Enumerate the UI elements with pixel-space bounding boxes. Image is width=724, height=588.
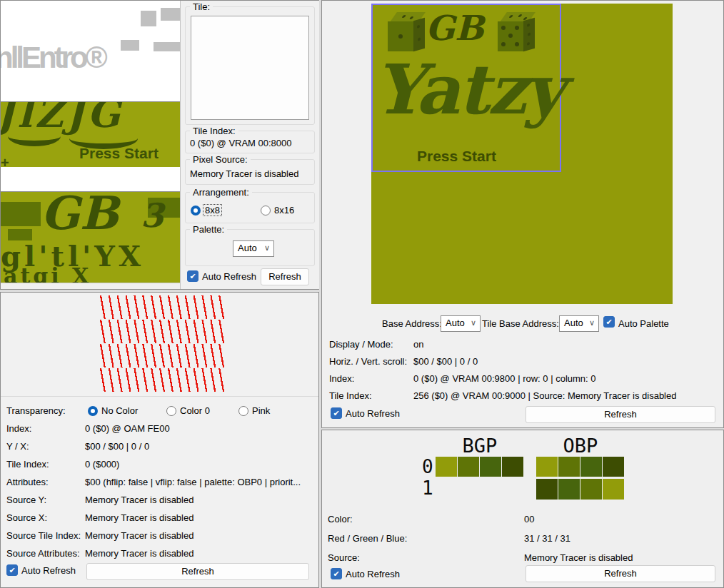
palette-refresh-button[interactable]: Refresh [526, 565, 715, 582]
arrangement-group: Arrangement: 8x8 8x16 [185, 192, 315, 223]
palette-swatch[interactable] [536, 479, 558, 500]
tile-refresh-button[interactable]: Refresh [261, 268, 309, 285]
transparency-nocolor-radio[interactable] [88, 406, 98, 416]
base-address-label: Base Address: [382, 318, 442, 329]
transparency-label: Transparency: [6, 405, 66, 416]
palette-swatch[interactable] [558, 479, 580, 500]
oam-offscreen-hatch [97, 295, 224, 392]
tilemap-row-value: on [413, 339, 423, 350]
oam-row-value: $00 / $00 | 0 / 0 [85, 441, 149, 452]
tile-glyph-plus: + [1, 155, 9, 167]
palette-auto-refresh-checkbox[interactable]: ✔ [331, 568, 342, 579]
tile-auto-refresh-checkbox[interactable]: ✔ [187, 270, 198, 282]
tilemap-auto-refresh-label[interactable]: Auto Refresh [346, 408, 400, 419]
tilemap-viewer-panel: GB Yatzy Press Start Base Address: Auto … [321, 0, 724, 428]
arrangement-label: Arrangement: [190, 187, 252, 198]
vram-tile-grid[interactable]: nllEntro® JlZJG Press Start + GB 3 gl'tl… [1, 1, 181, 289]
tile-base-address-label: Tile Base Address: [482, 318, 559, 329]
palette-swatch[interactable] [580, 479, 602, 500]
obp-row0-swatches[interactable] [536, 457, 624, 477]
transparency-pink-label[interactable]: Pink [252, 405, 270, 416]
oam-row-label: Source Tile Index: [6, 530, 81, 541]
tile-glyphs: 3 [141, 196, 164, 235]
tile-index-group: Tile Index: 0 ($0) @ VRAM 00:8000 [185, 131, 315, 153]
oam-auto-refresh-checkbox[interactable]: ✔ [6, 564, 18, 576]
transparency-pink-radio[interactable] [238, 406, 248, 416]
palette-swatch[interactable] [603, 479, 624, 500]
obp-row1-swatches[interactable] [536, 479, 624, 500]
tile-glyphs: atgi X [4, 263, 91, 283]
tilemap-auto-refresh-checkbox[interactable]: ✔ [331, 407, 342, 419]
oam-row-label: Source Attributes: [6, 548, 80, 559]
palette-swatch[interactable] [580, 457, 602, 477]
oam-viewer-panel: Transparency: No Color Color 0 Pink Inde… [0, 292, 319, 588]
tile-glyphs-gb: GB [41, 191, 119, 240]
transparency-color0-label[interactable]: Color 0 [180, 405, 210, 416]
oam-row-value: Memory Tracer is disabled [85, 512, 193, 523]
transparency-nocolor-label[interactable]: No Color [101, 405, 138, 416]
arrangement-8x8-label[interactable]: 8x8 [203, 205, 221, 216]
palette-row-label: Color: [328, 514, 353, 524]
press-start-tiles: Press Start [79, 145, 159, 162]
palette-row1-label: 1 [422, 477, 433, 499]
oam-row-value: Memory Tracer is disabled [85, 548, 193, 559]
palette-swatch[interactable] [458, 457, 479, 477]
transparency-color0-radio[interactable] [166, 406, 176, 416]
tile-arc-shape [8, 126, 61, 146]
bgp-header: BGP [436, 435, 524, 457]
tile-index-value: 0 ($0) @ VRAM 00:8000 [190, 138, 292, 148]
tile-viewer-panel: nllEntro® JlZJG Press Start + GB 3 gl'tl… [0, 0, 319, 290]
tile-auto-refresh-label[interactable]: Auto Refresh [202, 271, 256, 282]
vram-tiles-strip-1: JlZJG Press Start + [1, 101, 181, 167]
tile-fragment [154, 42, 181, 51]
oam-row-label: Index: [6, 423, 31, 434]
tile-fragment [141, 11, 156, 26]
oam-refresh-button[interactable]: Refresh [86, 563, 309, 580]
tilemap-refresh-button[interactable]: Refresh [526, 406, 715, 423]
palette-swatch[interactable] [536, 457, 558, 477]
palette-swatch[interactable] [436, 457, 457, 477]
arrangement-8x16-radio[interactable] [261, 206, 271, 216]
tilemap-row-label: Horiz. / Vert. scroll: [329, 356, 407, 367]
pixel-source-value: Memory Tracer is disabled [190, 168, 298, 179]
palette-swatch[interactable] [502, 457, 523, 477]
tile-base-address-select[interactable]: Auto ∨ [559, 315, 599, 332]
palette-row0-label: 0 [422, 456, 433, 477]
tile-fragment [161, 8, 181, 21]
oam-row-value: 0 ($000) [85, 459, 119, 470]
bgp-row0-swatches[interactable] [436, 457, 523, 477]
palette-viewer-panel: BGP OBP 0 1 Color: 00 Red / Green / Blue… [321, 430, 724, 588]
tile-blob [1, 202, 41, 226]
base-address-value: Auto [446, 318, 465, 328]
tilemap-row-value: $00 / $00 | 0 / 0 [413, 356, 478, 367]
tilemap-canvas[interactable]: GB Yatzy Press Start [371, 4, 673, 304]
palette-auto-refresh-label[interactable]: Auto Refresh [346, 569, 400, 579]
oam-row-value: Memory Tracer is disabled [85, 495, 193, 505]
tilemap-row-value: 256 ($0) @ VRAM 00:9000 | Source: Memory… [413, 390, 676, 401]
oam-row-value: 0 ($0) @ OAM FE00 [85, 423, 170, 434]
pixel-source-group: Pixel Source: Memory Tracer is disabled [185, 159, 315, 185]
arrangement-8x8-radio[interactable] [191, 206, 201, 216]
palette-swatch[interactable] [603, 457, 624, 477]
palette-row-value: Memory Tracer is disabled [524, 552, 633, 563]
tile-index-label: Tile Index: [190, 126, 238, 136]
oam-row-value: $00 (hflip: false | vflip: false | palet… [85, 477, 301, 487]
oam-row-label: Source X: [6, 512, 47, 523]
die-icon [497, 12, 536, 54]
auto-palette-checkbox[interactable]: ✔ [603, 316, 615, 328]
palette-swatch[interactable] [558, 457, 580, 477]
arrangement-8x16-label[interactable]: 8x16 [274, 205, 294, 216]
palette-row-value: 00 [524, 514, 534, 524]
oam-row-label: Attributes: [6, 477, 49, 487]
palette-row-label: Red / Green / Blue: [328, 533, 407, 544]
oam-sprite-grid[interactable] [1, 293, 318, 397]
gb-debugger-window: nllEntro® JlZJG Press Start + GB 3 gl'tl… [0, 0, 724, 588]
palette-select[interactable]: Auto ∨ [233, 240, 274, 257]
palette-swatch[interactable] [480, 457, 501, 477]
tile-controls: Tile: Tile Index: 0 ($0) @ VRAM 00:8000 … [181, 1, 319, 289]
tile-preview-canvas[interactable] [191, 16, 309, 120]
oam-auto-refresh-label[interactable]: Auto Refresh [21, 565, 76, 576]
chevron-down-icon: ∨ [471, 318, 476, 328]
base-address-select[interactable]: Auto ∨ [441, 315, 481, 332]
auto-palette-label[interactable]: Auto Palette [618, 318, 669, 329]
